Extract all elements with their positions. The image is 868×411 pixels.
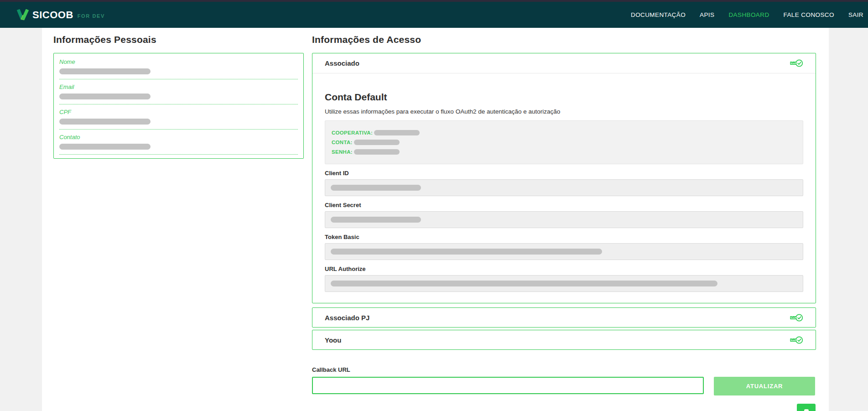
credential-row-conta: CONTA: — [332, 140, 796, 145]
redacted-value-bar — [354, 140, 400, 145]
callback-url-input[interactable] — [312, 377, 704, 394]
redacted-value-bar — [59, 68, 151, 74]
key-check-icon — [789, 58, 803, 68]
personal-info-section: Informações Pessoais Nome Email CPF Cont… — [53, 34, 304, 159]
accordion-header-yoou[interactable]: Yoou — [312, 330, 816, 349]
field-url-authorize: URL Authorize — [325, 265, 803, 292]
access-info-section: Informações de Acesso Associado Conta De… — [312, 34, 816, 395]
accordion-header-associado[interactable]: Associado — [312, 53, 816, 73]
callback-url-group: Callback URL ATUALIZAR — [312, 366, 816, 395]
redacted-value-bar — [59, 119, 151, 125]
atualizar-button[interactable]: ATUALIZAR — [714, 377, 815, 395]
nav-item-sair[interactable]: SAIR — [848, 11, 863, 18]
credential-row-senha: SENHA: — [332, 149, 796, 155]
field-label: Contato — [59, 134, 298, 140]
access-info-title: Informações de Acesso — [312, 34, 816, 45]
conta-default-title: Conta Default — [325, 92, 803, 103]
chat-icon — [804, 409, 809, 411]
accordion-associado: Associado Conta Default Utilize essas in… — [312, 53, 816, 303]
accordion-title: Yoou — [325, 336, 341, 344]
nav-menu: DOCUMENTAÇÃO APIS DASHBOARD FALE CONOSCO… — [631, 11, 863, 18]
readonly-value-box — [325, 243, 803, 260]
nav-item-documentacao[interactable]: DOCUMENTAÇÃO — [631, 11, 686, 18]
personal-field-email: Email — [59, 79, 298, 104]
personal-info-title: Informações Pessoais — [53, 34, 304, 45]
main-content-card: Informações Pessoais Nome Email CPF Cont… — [42, 28, 829, 411]
redacted-value-bar — [354, 149, 400, 155]
redacted-value-bar — [59, 94, 151, 99]
field-label: URL Authorize — [325, 265, 803, 272]
personal-info-card: Nome Email CPF Contato — [53, 53, 304, 159]
redacted-value-bar — [59, 144, 151, 150]
credential-label: SENHA: — [332, 149, 353, 155]
field-label: Token Basic — [325, 234, 803, 240]
personal-field-nome: Nome — [59, 54, 298, 79]
chat-button[interactable] — [797, 404, 816, 411]
credential-label: CONTA: — [332, 140, 353, 145]
nav-item-fale-conosco[interactable]: FALE CONOSCO — [784, 11, 834, 18]
brand-logo[interactable]: SICOOB FOR DEV — [16, 9, 105, 21]
field-token-basic: Token Basic — [325, 234, 803, 260]
field-label: Client Secret — [325, 202, 803, 208]
field-client-secret: Client Secret — [325, 202, 803, 228]
redacted-value-bar — [331, 249, 602, 255]
credential-row-cooperativa: COOPERATIVA: — [332, 130, 796, 135]
field-client-id: Client ID — [325, 170, 803, 196]
personal-field-cpf: CPF — [59, 104, 298, 130]
sicoob-v-icon — [16, 9, 29, 21]
accordion-body-associado: Conta Default Utilize essas informações … — [312, 73, 816, 303]
brand-badge: FOR DEV — [78, 13, 105, 19]
redacted-value-bar — [374, 130, 420, 135]
nav-item-dashboard[interactable]: DASHBOARD — [728, 11, 769, 18]
brand-name: SICOOB — [32, 9, 73, 21]
callback-row: ATUALIZAR — [312, 377, 816, 395]
conta-default-description: Utilize essas informações para executar … — [325, 108, 803, 115]
accordion-header-associado-pj[interactable]: Associado PJ — [312, 308, 816, 327]
accordion-title: Associado PJ — [325, 314, 369, 322]
credential-label: COOPERATIVA: — [332, 130, 373, 135]
readonly-value-box — [325, 211, 803, 228]
accordion-associado-pj: Associado PJ — [312, 307, 816, 328]
key-check-icon — [789, 335, 803, 345]
credentials-box: COOPERATIVA: CONTA: SENHA: — [325, 120, 803, 164]
redacted-value-bar — [331, 185, 421, 191]
navbar: SICOOB FOR DEV DOCUMENTAÇÃO APIS DASHBOA… — [0, 2, 868, 28]
field-label: Email — [59, 83, 298, 90]
redacted-value-bar — [331, 281, 717, 286]
readonly-value-box — [325, 179, 803, 196]
field-label: CPF — [59, 109, 298, 115]
accordion-yoou: Yoou — [312, 330, 816, 350]
personal-field-contato: Contato — [59, 130, 298, 155]
callback-url-label: Callback URL — [312, 366, 816, 373]
readonly-value-box — [325, 275, 803, 292]
field-label: Nome — [59, 58, 298, 65]
nav-item-apis[interactable]: APIS — [700, 11, 714, 18]
accordion-title: Associado — [325, 59, 359, 67]
key-check-icon — [789, 312, 803, 323]
redacted-value-bar — [331, 217, 421, 223]
field-label: Client ID — [325, 170, 803, 177]
